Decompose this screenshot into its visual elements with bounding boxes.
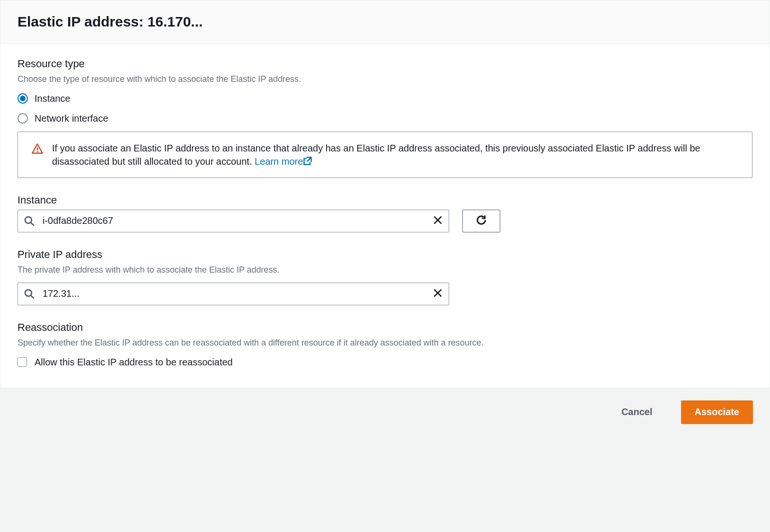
private-ip-input[interactable]	[18, 283, 449, 305]
private-ip-section: Private IP address The private IP addres…	[18, 248, 752, 305]
resource-type-title: Resource type	[18, 57, 752, 71]
instance-section: Instance	[18, 193, 752, 232]
radio-network-interface-label: Network interface	[35, 112, 108, 125]
resource-type-desc: Choose the type of resource with which t…	[18, 73, 752, 85]
svg-line-7	[31, 295, 34, 298]
footer: Cancel Associate	[0, 388, 770, 436]
search-icon	[24, 289, 35, 299]
instance-input[interactable]	[18, 210, 449, 232]
checkbox-icon	[18, 357, 27, 367]
close-icon	[433, 288, 443, 299]
svg-line-3	[31, 222, 34, 225]
reassociation-desc: Specify whether the Elastic IP address c…	[18, 337, 752, 349]
associate-button[interactable]: Associate	[681, 400, 753, 424]
refresh-icon	[476, 214, 487, 227]
cancel-button[interactable]: Cancel	[608, 400, 666, 424]
warning-alert: If you associate an Elastic IP address t…	[18, 132, 752, 178]
svg-point-1	[37, 151, 38, 152]
reassociation-section: Reassociation Specify whether the Elasti…	[18, 320, 752, 369]
private-ip-desc: The private IP address with which to ass…	[18, 264, 752, 276]
svg-point-6	[25, 290, 32, 296]
warning-text: If you associate an Elastic IP address t…	[52, 142, 739, 168]
page-title: Elastic IP address: 16.170...	[18, 12, 752, 32]
external-link-icon	[303, 156, 312, 165]
reassociation-title: Reassociation	[18, 320, 752, 335]
search-icon	[24, 216, 35, 226]
warning-message: If you associate an Elastic IP address t…	[52, 143, 700, 167]
close-icon	[433, 215, 443, 226]
resource-type-section: Resource type Choose the type of resourc…	[18, 57, 752, 178]
reassociation-checkbox-label: Allow this Elastic IP address to be reas…	[35, 355, 233, 369]
clear-private-ip-button[interactable]	[431, 287, 444, 301]
instance-title: Instance	[18, 193, 752, 208]
radio-icon	[18, 113, 28, 124]
refresh-button[interactable]	[462, 210, 500, 232]
radio-network-interface[interactable]: Network interface	[18, 112, 752, 125]
learn-more-link[interactable]: Learn more	[255, 156, 312, 167]
svg-point-2	[25, 217, 32, 223]
private-ip-title: Private IP address	[18, 248, 752, 262]
reassociation-checkbox[interactable]: Allow this Elastic IP address to be reas…	[18, 355, 752, 369]
radio-instance-label: Instance	[35, 92, 71, 105]
warning-icon	[31, 143, 44, 155]
radio-icon	[18, 93, 28, 104]
clear-instance-button[interactable]	[431, 214, 444, 228]
radio-instance[interactable]: Instance	[18, 92, 752, 105]
